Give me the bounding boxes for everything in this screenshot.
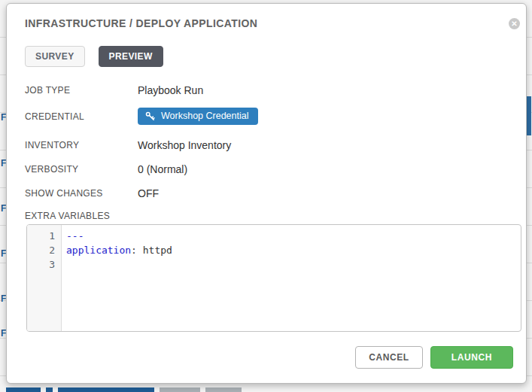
editor-line-numbers: 1 2 3 bbox=[27, 225, 62, 331]
field-row-job-type: JOB TYPE Playbook Run bbox=[25, 84, 508, 96]
modal-title: INFRASTRUCTURE / DEPLOY APPLICATION bbox=[25, 17, 508, 29]
job-type-value: Playbook Run bbox=[138, 84, 203, 96]
launch-button[interactable]: LAUNCH bbox=[430, 346, 513, 369]
modal-tabs: SURVEY PREVIEW bbox=[25, 46, 508, 67]
job-type-label: JOB TYPE bbox=[25, 85, 138, 96]
background-row-fragment: F bbox=[1, 160, 6, 167]
deploy-application-modal: INFRASTRUCTURE / DEPLOY APPLICATION ✕ SU… bbox=[6, 3, 527, 384]
field-row-show-changes: SHOW CHANGES OFF bbox=[25, 187, 508, 199]
background-blue-button-fragment bbox=[527, 96, 531, 135]
inventory-value: Workshop Inventory bbox=[138, 139, 231, 151]
line-number: 3 bbox=[27, 257, 55, 272]
code-line: application: httpd bbox=[66, 243, 521, 257]
background-row-fragment: F bbox=[1, 250, 6, 257]
code-line: --- bbox=[66, 229, 521, 243]
yaml-key: application bbox=[66, 245, 131, 256]
verbosity-value: 0 (Normal) bbox=[138, 163, 187, 175]
background-breadcrumb-fragment bbox=[6, 387, 247, 392]
show-changes-value: OFF bbox=[138, 187, 159, 199]
close-icon[interactable]: ✕ bbox=[509, 18, 520, 29]
show-changes-label: SHOW CHANGES bbox=[25, 188, 138, 199]
background-row-fragment: F bbox=[1, 295, 6, 302]
tab-survey[interactable]: SURVEY bbox=[25, 46, 85, 67]
background-row-fragment: F bbox=[1, 330, 6, 337]
tab-preview[interactable]: PREVIEW bbox=[99, 46, 163, 67]
background-row-fragment: F bbox=[1, 205, 6, 212]
field-row-inventory: INVENTORY Workshop Inventory bbox=[25, 138, 508, 151]
extra-variables-editor[interactable]: 1 2 3 --- application: httpd bbox=[26, 224, 521, 332]
credential-badge-label: Workshop Credential bbox=[161, 111, 249, 121]
line-number: 2 bbox=[27, 243, 55, 257]
field-row-verbosity: VERBOSITY 0 (Normal) bbox=[25, 163, 508, 175]
verbosity-label: VERBOSITY bbox=[25, 164, 138, 175]
modal-footer: CANCEL LAUNCH bbox=[355, 346, 513, 369]
field-row-credential: CREDENTIAL Workshop Credential bbox=[25, 108, 508, 125]
field-list: JOB TYPE Playbook Run CREDENTIAL Worksho… bbox=[25, 84, 508, 199]
credential-badge[interactable]: Workshop Credential bbox=[138, 108, 258, 125]
background-row-fragment: F bbox=[1, 114, 6, 121]
inventory-label: INVENTORY bbox=[25, 140, 138, 150]
extra-variables-label: EXTRA VARIABLES bbox=[25, 211, 508, 221]
line-number: 1 bbox=[27, 229, 55, 243]
cancel-button[interactable]: CANCEL bbox=[355, 346, 423, 369]
key-icon bbox=[145, 111, 155, 121]
credential-label: CREDENTIAL bbox=[25, 111, 138, 122]
editor-code-area[interactable]: --- application: httpd bbox=[62, 225, 521, 331]
yaml-doc-start: --- bbox=[66, 230, 84, 242]
yaml-value: : httpd bbox=[131, 245, 172, 256]
